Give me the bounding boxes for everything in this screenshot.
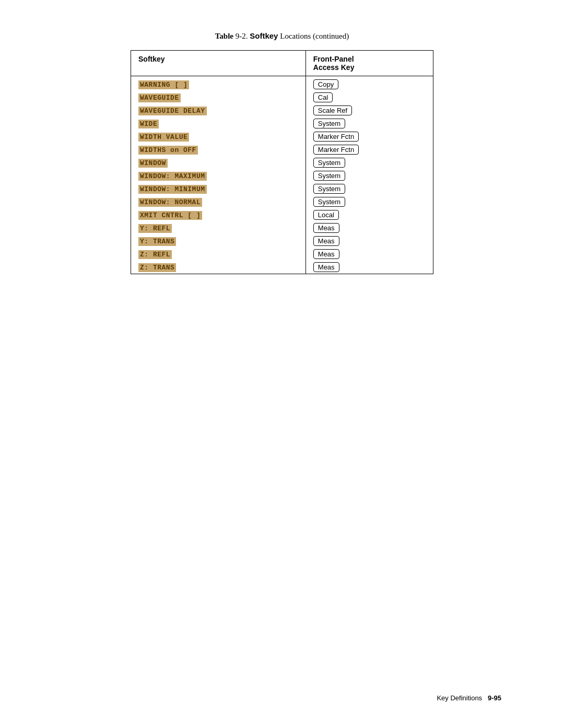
access-key-cell: Marker Fctn	[306, 130, 433, 143]
table-row: Z: REFLMeas	[131, 248, 433, 261]
table-row: WIDESystem	[131, 117, 433, 130]
key-button: Marker Fctn	[313, 145, 359, 155]
softkey-label: Z: TRANS	[138, 263, 176, 272]
footer-page-ref: 9-95	[488, 694, 501, 702]
table-title-rest: Locations (continued)	[280, 32, 349, 40]
key-button: Meas	[313, 249, 339, 259]
table-row: WIDTH VALUEMarker Fctn	[131, 130, 433, 143]
key-button: Cal	[313, 92, 333, 102]
softkey-cell: XMIT CNTRL [ ]	[131, 208, 306, 221]
access-key-cell: Meas	[306, 248, 433, 261]
table-row: WAVEGUIDE DELAYScale Ref	[131, 104, 433, 117]
softkey-label: XMIT CNTRL [ ]	[138, 211, 202, 220]
access-key-cell: Meas	[306, 221, 433, 234]
table-row: WIDTHS on OFFMarker Fctn	[131, 143, 433, 156]
key-button: Copy	[313, 79, 338, 89]
access-key-cell: Scale Ref	[306, 104, 433, 117]
access-key-cell: Marker Fctn	[306, 143, 433, 156]
table-row: Y: TRANSMeas	[131, 234, 433, 248]
table-row: WINDOWSystem	[131, 156, 433, 169]
softkey-label: WIDTHS on OFF	[138, 146, 198, 155]
softkey-cell: Y: REFL	[131, 221, 306, 234]
softkey-cell: WINDOW	[131, 156, 306, 169]
access-key-cell: Meas	[306, 261, 433, 274]
softkey-cell: WAVEGUIDE DELAY	[131, 104, 306, 117]
softkey-cell: WINDOW: MINIMUM	[131, 182, 306, 195]
softkey-cell: WAVEGUIDE	[131, 91, 306, 104]
table-title: Table 9-2. Softkey Locations (continued)	[63, 31, 501, 41]
table-row: Y: REFLMeas	[131, 221, 433, 234]
softkey-label: WIDTH VALUE	[138, 133, 189, 142]
key-button: Meas	[313, 236, 339, 246]
access-key-cell: System	[306, 195, 433, 208]
softkey-cell: WARNING [ ]	[131, 76, 306, 91]
table-row: WARNING [ ]Copy	[131, 76, 433, 91]
footer-text-label: Key Definitions	[437, 694, 482, 702]
table-number: 9-2.	[236, 32, 248, 40]
access-key-cell: System	[306, 169, 433, 182]
key-button: System	[313, 119, 345, 128]
table-row: WINDOW: MAXIMUMSystem	[131, 169, 433, 182]
softkey-label: WINDOW	[138, 159, 168, 168]
softkey-label: WARNING [ ]	[138, 80, 189, 89]
table-row: WINDOW: MINIMUMSystem	[131, 182, 433, 195]
access-key-cell: Local	[306, 208, 433, 221]
col2-header: Front-Panel Access Key	[306, 51, 433, 76]
access-key-cell: Meas	[306, 234, 433, 248]
key-button: System	[313, 171, 345, 181]
key-button: System	[313, 197, 345, 207]
key-button: System	[313, 158, 345, 168]
table-header-row: Softkey Front-Panel Access Key	[131, 51, 433, 76]
softkey-label: WIDE	[138, 120, 159, 128]
access-key-cell: System	[306, 156, 433, 169]
softkey-label: Y: REFL	[138, 224, 172, 233]
softkey-label: WAVEGUIDE DELAY	[138, 107, 207, 115]
softkey-cell: WIDTH VALUE	[131, 130, 306, 143]
softkey-label: WINDOW: MAXIMUM	[138, 172, 207, 181]
table-row: WAVEGUIDECal	[131, 91, 433, 104]
key-button: Marker Fctn	[313, 132, 359, 142]
footer: Key Definitions 9-95	[437, 694, 501, 702]
table-row: Z: TRANSMeas	[131, 261, 433, 274]
access-key-cell: Copy	[306, 76, 433, 91]
table-row: XMIT CNTRL [ ]Local	[131, 208, 433, 221]
table-row: WINDOW: NORMALSystem	[131, 195, 433, 208]
softkey-cell: Z: REFL	[131, 248, 306, 261]
softkey-cell: WIDTHS on OFF	[131, 143, 306, 156]
softkey-label: WAVEGUIDE	[138, 93, 181, 102]
table-word: Table	[215, 32, 233, 40]
key-button: Scale Ref	[313, 105, 352, 115]
key-button: Meas	[313, 262, 339, 272]
softkey-label: WINDOW: NORMAL	[138, 198, 202, 207]
softkey-cell: WINDOW: MAXIMUM	[131, 169, 306, 182]
page-container: Table 9-2. Softkey Locations (continued)…	[0, 0, 564, 306]
softkey-cell: WIDE	[131, 117, 306, 130]
main-table: Softkey Front-Panel Access Key WARNING […	[131, 50, 433, 274]
access-key-cell: System	[306, 182, 433, 195]
softkey-cell: Y: TRANS	[131, 234, 306, 248]
access-key-cell: Cal	[306, 91, 433, 104]
access-key-cell: System	[306, 117, 433, 130]
key-button: System	[313, 184, 345, 194]
softkey-label: WINDOW: MINIMUM	[138, 185, 207, 194]
key-button: Local	[313, 210, 339, 220]
softkey-word: Softkey	[250, 31, 278, 40]
softkey-cell: WINDOW: NORMAL	[131, 195, 306, 208]
softkey-cell: Z: TRANS	[131, 261, 306, 274]
key-button: Meas	[313, 223, 339, 233]
softkey-label: Y: TRANS	[138, 237, 176, 246]
softkey-label: Z: REFL	[138, 250, 172, 259]
col1-header: Softkey	[131, 51, 306, 76]
